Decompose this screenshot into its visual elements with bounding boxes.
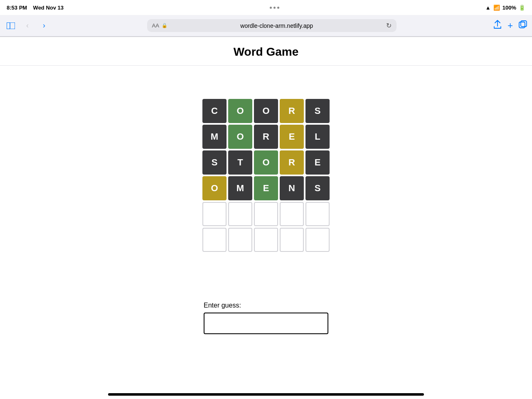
aa-label: AA (152, 22, 159, 29)
input-section: Enter guess: (204, 302, 328, 334)
url-display: wordle-clone-arm.netlify.app (170, 22, 384, 29)
grid-cell-r4-c1 (228, 202, 252, 226)
grid-cell-r5-c3 (280, 228, 304, 252)
status-bar: 8:53 PM Wed Nov 13 ▲ 📶 100% 🔋 (0, 0, 532, 15)
grid-cell-r5-c4 (305, 228, 330, 252)
grid-cell-r4-c0 (202, 202, 227, 226)
battery-level: 100% (502, 5, 516, 11)
grid-cell-r1-c0: M (202, 125, 227, 149)
browser-chrome: ‹ › AA 🔒 wordle-clone-arm.netlify.app ↻ … (0, 15, 532, 37)
lock-icon: 🔒 (162, 23, 167, 28)
grid-cell-r0-c2: O (254, 99, 278, 123)
svg-rect-2 (519, 22, 525, 28)
status-indicators: ▲ 📶 100% 🔋 (485, 5, 525, 11)
status-time: 8:53 PM Wed Nov 13 (7, 5, 64, 11)
date-display: Wed Nov 13 (33, 5, 64, 11)
grid-cell-r4-c2 (254, 202, 278, 226)
grid-cell-r2-c1: T (228, 150, 252, 175)
address-bar[interactable]: AA 🔒 wordle-clone-arm.netlify.app ↻ (147, 19, 397, 32)
svg-rect-1 (7, 22, 15, 29)
grid-cell-r0-c0: C (202, 99, 227, 123)
share-button[interactable] (493, 20, 502, 31)
forward-button[interactable]: › (38, 20, 50, 32)
grid-cell-r3-c2: E (254, 176, 278, 200)
grid-cell-r3-c1: M (228, 176, 252, 200)
grid-cell-r2-c0: S (202, 150, 227, 175)
grid-cell-r0-c3: R (280, 99, 304, 123)
grid-cell-r1-c2: R (254, 125, 278, 149)
svg-rect-0 (7, 22, 10, 29)
tabs-button[interactable] (519, 20, 527, 31)
grid-cell-r1-c4: L (305, 125, 330, 149)
grid-cell-r1-c3: E (280, 125, 304, 149)
grid-cell-r3-c4: S (305, 176, 330, 200)
grid-cell-r3-c0: O (202, 176, 227, 200)
grid-cell-r5-c1 (228, 228, 252, 252)
grid-cell-r4-c4 (305, 202, 330, 226)
grid-cell-r3-c3: N (280, 176, 304, 200)
refresh-button[interactable]: ↻ (386, 22, 392, 30)
game-grid: COORSMORELSTOREOMENS (202, 99, 330, 252)
grid-cell-r5-c0 (202, 228, 227, 252)
grid-cell-r0-c1: O (228, 99, 252, 123)
page-title: Word Game (0, 37, 532, 66)
new-tab-button[interactable]: + (507, 20, 513, 31)
grid-cell-r5-c2 (254, 228, 278, 252)
grid-cell-r1-c1: O (228, 125, 252, 149)
back-button[interactable]: ‹ (22, 20, 33, 32)
grid-cell-r0-c4: S (305, 99, 330, 123)
grid-cell-r4-c3 (280, 202, 304, 226)
grid-cell-r2-c2: O (254, 150, 278, 175)
wifi-icon: 📶 (493, 5, 500, 11)
grid-cell-r2-c4: E (305, 150, 330, 175)
status-dots (270, 7, 279, 9)
page-content: COORSMORELSTOREOMENS Enter guess: (0, 66, 532, 334)
browser-actions: + (493, 20, 527, 31)
svg-rect-3 (521, 21, 527, 27)
input-label: Enter guess: (204, 302, 328, 309)
grid-cell-r2-c3: R (280, 150, 304, 175)
sidebar-toggle-button[interactable] (5, 20, 17, 32)
signal-icon: ▲ (485, 5, 491, 11)
home-indicator (108, 393, 424, 396)
guess-input[interactable] (204, 313, 328, 334)
time-display: 8:53 PM (7, 5, 27, 11)
battery-icon: 🔋 (519, 5, 525, 11)
